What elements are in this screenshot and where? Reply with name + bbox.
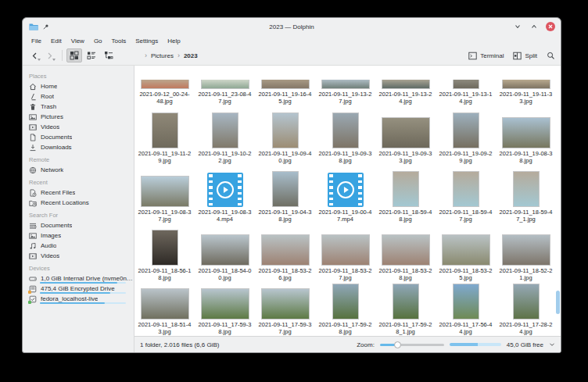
sidebar-item-documents[interactable]: Documents (23, 132, 134, 142)
menu-edit[interactable]: Edit (46, 37, 66, 45)
image-thumbnail (453, 284, 479, 320)
breadcrumb-item-2023[interactable]: 2023 (184, 52, 198, 59)
file-name: 2021-09-11_19-13-14.jpg (439, 91, 493, 105)
file-item-image[interactable]: 2021-09-11_19-04-38.jpg (255, 170, 315, 227)
file-item-image[interactable]: 2021-09-11_23-08-47.jpg (195, 66, 255, 109)
file-item-image[interactable]: 2021-09-11_19-09-33.jpg (375, 111, 436, 168)
search-button[interactable] (547, 52, 555, 60)
sidebar-item-recent-files[interactable]: Recent Files (23, 187, 134, 198)
sidebar-item-home[interactable]: Home (23, 81, 134, 91)
sidebar-item-label: fedora_localhost-live (41, 295, 98, 302)
terminal-label: Terminal (480, 52, 504, 59)
menu-tools[interactable]: Tools (107, 37, 131, 45)
file-item-image[interactable]: 2021-09-11_19-10-22.jpg (195, 111, 255, 168)
file-name: 2021-09-11_17-59-37.jpg (259, 321, 312, 335)
file-name: 2021-09-11_19-09-29.jpg (439, 150, 493, 164)
menu-file[interactable]: File (27, 37, 46, 45)
breadcrumb-separator: › (145, 52, 147, 59)
chevron-down-icon[interactable] (549, 341, 555, 348)
back-button[interactable] (28, 49, 41, 62)
file-item-image[interactable]: 2021-09-11_19-13-24.jpg (375, 66, 436, 109)
sidebar-item-pictures[interactable]: Pictures (23, 112, 134, 122)
breadcrumb-item-pictures[interactable]: Pictures (151, 52, 174, 59)
file-item-image[interactable]: 2021-09-11_17-59-28_1.jpg (375, 285, 436, 336)
icons-view-button[interactable] (66, 48, 82, 62)
sidebar-item-network[interactable]: Network (23, 165, 134, 175)
menu-go[interactable]: Go (89, 37, 107, 45)
image-thumbnail (201, 234, 249, 266)
sidebar-item-label: Network (41, 166, 63, 173)
file-item-image[interactable]: 2021-09-12_00-24-48.jpg (134, 66, 195, 109)
sidebar-item-downloads[interactable]: Downloads (23, 142, 134, 152)
file-name: 2021-09-11_19-13-27.jpg (319, 91, 372, 105)
sidebar-item-fedora-localhost-live[interactable]: fedora_localhost-live (23, 294, 134, 304)
file-item-image[interactable]: 2021-09-11_19-13-14.jpg (436, 66, 496, 109)
maximize-button[interactable] (529, 22, 539, 31)
file-item-image[interactable]: 2021-09-11_19-11-29.jpg (134, 111, 195, 168)
file-item-image[interactable]: 2021-09-11_17-59-37.jpg (255, 285, 315, 336)
places-panel: PlacesHomeRootTrashPicturesVideosDocumen… (23, 66, 134, 352)
file-item-image[interactable]: 2021-09-11_19-11-33.jpg (496, 66, 556, 109)
file-name: 2021-09-11_19-13-24.jpg (379, 91, 432, 105)
file-item-image[interactable]: 2021-09-11_18-54-00.jpg (195, 228, 255, 285)
sidebar-item-label: Images (41, 232, 61, 239)
file-item-image[interactable]: 2021-09-11_17-59-28.jpg (315, 285, 375, 336)
forward-button[interactable] (43, 49, 56, 62)
file-item-image[interactable]: 2021-09-11_18-53-26.jpg (255, 228, 315, 285)
lock-emblem-icon (28, 291, 31, 294)
sidebar-item-images[interactable]: Images (23, 230, 134, 241)
file-item-image[interactable]: 2021-09-11_18-56-18.jpg (134, 228, 195, 285)
titlebar[interactable]: 2023 — Dolphin (23, 18, 561, 35)
folder-view[interactable]: 2021-09-12_00-24-48.jpg2021-09-11_23-08-… (134, 66, 561, 336)
file-item-image[interactable]: 2021-09-11_19-16-45.jpg (255, 66, 315, 109)
menu-view[interactable]: View (66, 37, 89, 45)
sidebar-item-recent-locations[interactable]: Recent Locations (23, 198, 134, 208)
file-item-video[interactable]: 2021-09-11_19-00-47.mp4 (315, 170, 375, 227)
sidebar-item-videos[interactable]: Videos (23, 251, 134, 261)
file-item-image[interactable]: 2021-09-11_19-09-38.jpg (315, 111, 375, 168)
image-thumbnail (201, 80, 249, 89)
file-item-image[interactable]: 2021-09-11_19-13-27.jpg (315, 66, 375, 109)
file-item-image[interactable]: 2021-09-11_18-53-27.jpg (315, 228, 375, 285)
vertical-scrollbar[interactable] (556, 291, 560, 314)
file-item-image[interactable]: 2021-09-11_18-59-48.jpg (375, 170, 436, 227)
file-item-image[interactable]: 2021-09-11_17-28-24.jpg (496, 285, 556, 336)
image-icon (29, 232, 37, 240)
close-button[interactable] (546, 22, 555, 31)
zoom-slider-handle[interactable] (394, 341, 401, 348)
minimize-button[interactable] (513, 22, 522, 31)
menu-help[interactable]: Help (163, 37, 185, 45)
breadcrumb: ›Pictures›2023 (145, 52, 198, 59)
file-item-image[interactable]: 2021-09-11_17-59-38.jpg (195, 285, 255, 336)
file-name: 2021-09-11_19-08-37.jpg (138, 209, 192, 223)
sidebar-item-audio[interactable]: Audio (23, 241, 134, 251)
file-item-image[interactable]: 2021-09-11_18-53-28.jpg (375, 228, 436, 285)
breadcrumb-separator: › (177, 52, 180, 59)
menu-settings[interactable]: Settings (131, 37, 163, 45)
file-item-image[interactable]: 2021-09-11_18-53-25.jpg (436, 228, 496, 285)
sidebar-item-trash[interactable]: Trash (23, 102, 134, 112)
sidebar-item-475-4-gib-encrypted-drive[interactable]: 475,4 GiB Encrypted Drive (23, 284, 134, 294)
split-button[interactable]: Split (513, 52, 537, 60)
file-item-image[interactable]: 2021-09-11_18-51-43.jpg (134, 285, 195, 336)
sidebar-item-1-0-gib-internal-drive-nvme0n[interactable]: 1,0 GiB Internal Drive (nvme0n… (23, 273, 134, 284)
image-thumbnail (453, 112, 479, 148)
details-view-button[interactable] (84, 48, 99, 62)
file-item-image[interactable]: 2021-09-11_19-09-29.jpg (436, 111, 496, 168)
file-item-image[interactable]: 2021-09-11_19-08-38.jpg (496, 111, 556, 168)
tree-view-button[interactable] (101, 48, 117, 62)
file-item-image[interactable]: 2021-09-11_18-59-47.jpg (436, 170, 496, 227)
terminal-button[interactable]: Terminal (468, 52, 504, 60)
file-item-image[interactable]: 2021-09-11_19-09-40.jpg (255, 111, 315, 168)
file-item-video[interactable]: 2021-09-11_19-08-34.mp4 (195, 170, 255, 227)
device-usage-bar (40, 302, 126, 304)
file-item-image[interactable]: 2021-09-11_19-08-37.jpg (134, 170, 195, 227)
sidebar-item-documents[interactable]: Documents (23, 220, 134, 230)
file-item-image[interactable]: 2021-09-11_18-52-21.jpg (496, 228, 556, 285)
file-item-image[interactable]: 2021-09-11_18-59-47_1.jpg (496, 170, 556, 227)
file-item-image[interactable]: 2021-09-11_17-56-44.jpg (436, 285, 496, 336)
sidebar-item-root[interactable]: Root (23, 91, 134, 102)
file-name: 2021-09-11_18-59-47.jpg (439, 209, 493, 223)
sidebar-item-videos[interactable]: Videos (23, 122, 134, 132)
zoom-slider[interactable] (380, 341, 444, 348)
